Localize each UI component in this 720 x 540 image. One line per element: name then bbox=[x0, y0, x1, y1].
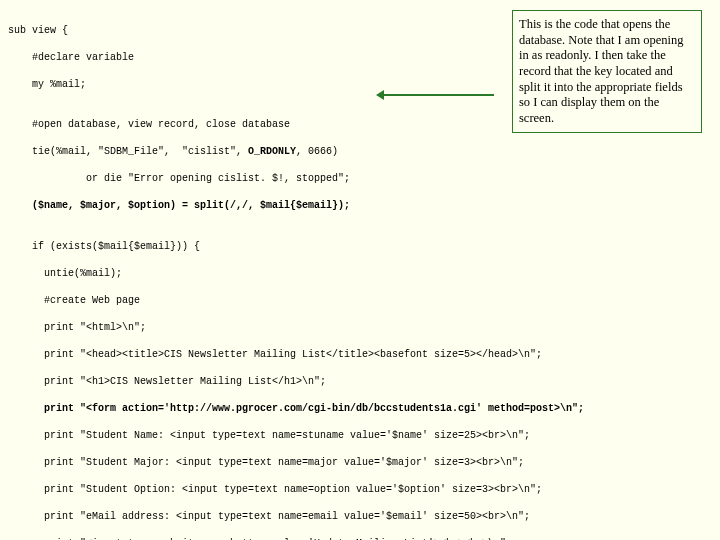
code-line: print "Student Name: <input type=text na… bbox=[8, 429, 712, 443]
callout-text: This is the code that opens the database… bbox=[519, 17, 684, 125]
code-bold: O_RDONLY bbox=[248, 146, 296, 157]
code-line: print "Student Option: <input type=text … bbox=[8, 483, 712, 497]
code-line-bold: print "<form action='http://www.pgrocer.… bbox=[8, 402, 712, 416]
code-line-bold: ($name, $major, $option) = split(/,/, $m… bbox=[8, 199, 712, 213]
code-line: if (exists($mail{$email})) { bbox=[8, 240, 712, 254]
code-line: print "<html>\n"; bbox=[8, 321, 712, 335]
code-text: tie(%mail, "SDBM_File", "cislist", bbox=[8, 146, 248, 157]
code-line: #create Web page bbox=[8, 294, 712, 308]
callout-box: This is the code that opens the database… bbox=[512, 10, 702, 133]
code-line: or die "Error opening cislist. $!, stopp… bbox=[8, 172, 712, 186]
annotation-arrow bbox=[382, 94, 494, 96]
code-line: print "<input type=submit name=button va… bbox=[8, 537, 712, 541]
code-line: print "Student Major: <input type=text n… bbox=[8, 456, 712, 470]
code-line: print "<h1>CIS Newsletter Mailing List</… bbox=[8, 375, 712, 389]
code-text: , 0666) bbox=[296, 146, 338, 157]
code-line: print "eMail address: <input type=text n… bbox=[8, 510, 712, 524]
code-line: untie(%mail); bbox=[8, 267, 712, 281]
code-line: tie(%mail, "SDBM_File", "cislist", O_RDO… bbox=[8, 145, 712, 159]
code-line: print "<head><title>CIS Newsletter Maili… bbox=[8, 348, 712, 362]
